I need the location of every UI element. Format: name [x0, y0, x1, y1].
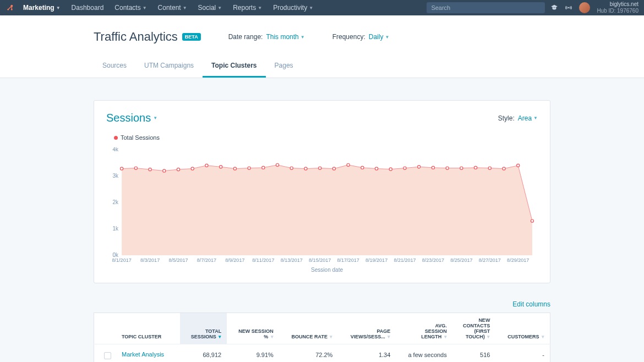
- cell-customers: -: [495, 344, 550, 363]
- tab-pages[interactable]: Pages: [266, 56, 302, 78]
- account-name: biglytics.net: [597, 1, 638, 8]
- date-range-dropdown[interactable]: This month ▼: [266, 33, 304, 41]
- metric-dropdown[interactable]: Sessions ▼: [106, 112, 157, 124]
- tab-topic-clusters[interactable]: Topic Clusters: [203, 56, 265, 78]
- page-header: Traffic Analytics BETA Date range: This …: [0, 15, 644, 78]
- style-label: Style:: [498, 114, 515, 122]
- sessions-card: Sessions ▼ Style: Area ▼ Total Sessions …: [94, 100, 550, 283]
- chart-legend: Total Sessions: [114, 134, 538, 141]
- academy-icon[interactable]: [550, 4, 558, 12]
- svg-point-31: [432, 166, 434, 169]
- svg-text:8/21/2017: 8/21/2017: [394, 257, 416, 263]
- top-nav: Marketing ▼ Dashboard Contacts▼ Content▼…: [0, 0, 644, 15]
- svg-point-14: [191, 167, 194, 170]
- cell-bounce-rate: 72.2%: [279, 344, 339, 363]
- tab-utm-campaigns[interactable]: UTM Campaigns: [135, 56, 203, 78]
- legend-label: Total Sessions: [121, 134, 160, 141]
- broadcast-icon[interactable]: [565, 4, 572, 12]
- chevron-down-icon: ▼: [153, 116, 157, 120]
- row-checkbox[interactable]: [104, 352, 111, 359]
- svg-text:8/3/2017: 8/3/2017: [140, 257, 160, 263]
- search-input[interactable]: [427, 2, 545, 13]
- style-dropdown[interactable]: Area ▼: [518, 114, 538, 122]
- column-header[interactable]: PAGEVIEWS/SESS... ▾: [338, 313, 396, 344]
- svg-point-22: [304, 167, 307, 170]
- svg-point-35: [488, 167, 491, 169]
- svg-point-37: [517, 164, 520, 167]
- column-header[interactable]: NEWCONTACTS(FIRSTTOUCH) ▾: [452, 313, 496, 344]
- cell-page-views: 1.34: [338, 344, 396, 363]
- svg-point-10: [134, 167, 137, 169]
- svg-point-32: [446, 167, 449, 169]
- edit-columns-link[interactable]: Edit columns: [512, 300, 550, 308]
- svg-point-33: [460, 167, 463, 169]
- svg-text:8/25/2017: 8/25/2017: [450, 257, 472, 263]
- chevron-down-icon: ▼: [258, 6, 262, 10]
- svg-text:4k: 4k: [113, 147, 119, 152]
- svg-text:8/23/2017: 8/23/2017: [422, 257, 444, 263]
- tabs: SourcesUTM CampaignsTopic ClustersPages: [94, 56, 550, 78]
- beta-badge: BETA: [182, 33, 201, 41]
- legend-dot-icon: [114, 136, 118, 140]
- avatar[interactable]: [579, 2, 590, 13]
- tab-sources[interactable]: Sources: [94, 56, 135, 78]
- nav-item-productivity[interactable]: Productivity▼: [268, 4, 319, 12]
- svg-text:3k: 3k: [113, 173, 119, 179]
- nav-brand-label: Marketing: [23, 4, 54, 12]
- svg-text:8/19/2017: 8/19/2017: [365, 257, 388, 263]
- chevron-down-icon: ▼: [533, 116, 538, 120]
- svg-text:8/9/2017: 8/9/2017: [225, 257, 244, 263]
- hubspot-logo-icon: [6, 3, 14, 12]
- svg-point-11: [149, 168, 151, 171]
- svg-point-38: [531, 220, 533, 222]
- column-header[interactable]: BOUNCE RATE ▾: [279, 313, 339, 344]
- topic-cluster-table: TOPIC CLUSTERTOTALSESSIONS ▾NEW SESSION%…: [94, 312, 550, 362]
- column-header[interactable]: CUSTOMERS ▾: [495, 313, 550, 344]
- svg-point-16: [220, 166, 222, 168]
- column-header[interactable]: AVG.SESSIONLENGTH ▾: [396, 313, 452, 344]
- frequency-dropdown[interactable]: Daily ▼: [369, 33, 390, 41]
- svg-text:8/7/2017: 8/7/2017: [197, 257, 216, 263]
- svg-text:8/15/2017: 8/15/2017: [309, 257, 331, 263]
- chevron-down-icon: ▼: [217, 6, 222, 10]
- svg-text:Session date: Session date: [311, 267, 343, 273]
- table-row: Market Analysis 68,912 9.91% 72.2% 1.34 …: [94, 344, 550, 363]
- nav-right: biglytics.net Hub ID: 1976760: [550, 1, 638, 14]
- nav-item-social[interactable]: Social▼: [193, 4, 228, 12]
- svg-point-27: [375, 167, 378, 170]
- svg-point-19: [262, 166, 265, 169]
- svg-point-23: [319, 167, 321, 169]
- column-header[interactable]: NEW SESSION% ▾: [227, 313, 279, 344]
- svg-point-20: [276, 163, 279, 166]
- chevron-down-icon: ▼: [385, 35, 389, 40]
- nav-item-content[interactable]: Content▼: [152, 4, 193, 12]
- svg-point-13: [177, 168, 179, 171]
- nav-brand[interactable]: Marketing ▼: [18, 4, 66, 12]
- column-header[interactable]: TOPIC CLUSTER: [94, 313, 180, 344]
- account-info[interactable]: biglytics.net Hub ID: 1976760: [597, 1, 638, 14]
- svg-text:8/13/2017: 8/13/2017: [281, 257, 303, 263]
- svg-text:8/1/2017: 8/1/2017: [112, 257, 132, 263]
- frequency-label: Frequency:: [332, 33, 365, 41]
- svg-text:1k: 1k: [113, 226, 119, 232]
- nav-item-reports[interactable]: Reports▼: [227, 4, 268, 12]
- column-header[interactable]: TOTALSESSIONS ▾: [180, 313, 227, 344]
- svg-point-36: [503, 167, 505, 170]
- nav-item-contacts[interactable]: Contacts▼: [109, 4, 152, 12]
- svg-text:8/27/2017: 8/27/2017: [479, 257, 501, 263]
- topic-cluster-link[interactable]: Market Analysis: [122, 351, 164, 358]
- cell-new-contacts[interactable]: 516: [452, 344, 496, 363]
- svg-text:8/29/2017: 8/29/2017: [507, 257, 529, 263]
- svg-text:8/11/2017: 8/11/2017: [252, 257, 274, 263]
- svg-point-34: [474, 166, 477, 169]
- chevron-down-icon: ▼: [309, 6, 313, 10]
- cell-new-session-pct: 9.91%: [227, 344, 279, 363]
- svg-point-29: [403, 167, 406, 169]
- svg-point-12: [163, 169, 166, 172]
- svg-point-18: [248, 167, 250, 169]
- date-range-filter: Date range: This month ▼: [228, 33, 305, 41]
- nav-item-dashboard[interactable]: Dashboard: [66, 4, 110, 12]
- cell-avg-length: a few seconds: [396, 344, 452, 363]
- svg-text:2k: 2k: [113, 199, 119, 205]
- frequency-filter: Frequency: Daily ▼: [332, 33, 390, 41]
